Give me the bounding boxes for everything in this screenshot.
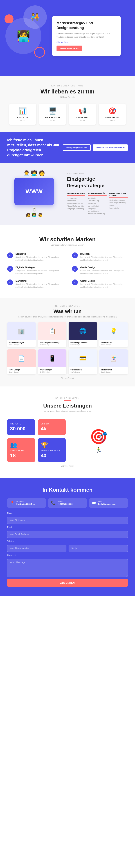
marketing-name: Marketing	[15, 279, 63, 282]
portfolio-meta-2: Webdesign-Website Grafik Design	[69, 340, 97, 347]
stats-tag: BEI UNS EINKAUFEN	[7, 397, 128, 399]
contact-title: In Kontakt kommen	[7, 487, 128, 493]
stats-divider	[64, 400, 71, 401]
portfolio-item-1[interactable]: 📋 Eine Corporate Identity Grafik Design	[38, 322, 67, 347]
stat-box-team: 👥 UNSER TEAM 18	[7, 438, 35, 462]
banner-buttons: hallo@designstudio.com sehen Sie sich un…	[63, 145, 128, 151]
portfolio-name-1: Eine Corporate Identity	[40, 342, 65, 344]
strategy-col-1-heading: MARKENSTRATEGIE	[67, 192, 85, 195]
portfolio-item-3[interactable]: 💡 Leuchtkisten Grafik Design	[99, 322, 128, 347]
service-card-webdesign[interactable]: 🖥️ WEB-DESIGN MEHR	[39, 103, 66, 125]
subject-input[interactable]	[69, 545, 128, 552]
email-input[interactable]	[7, 531, 128, 538]
name-row	[7, 517, 128, 524]
banner-email-button[interactable]: hallo@designstudio.com	[63, 145, 91, 151]
team-icon: 👥	[10, 442, 32, 448]
strategy-grid: MARKENSTRATEGIE Förderung des Markenwert…	[67, 192, 128, 215]
awards-icon: 🏆	[41, 442, 63, 448]
portfolio-item-4[interactable]: 📄 Flyer-Design Grafik Design	[7, 349, 36, 374]
portfolio-type-7: Grafik Design	[101, 371, 126, 373]
app-link: MEHR	[101, 119, 123, 121]
email-row	[7, 531, 128, 538]
brands-divider	[64, 234, 71, 234]
grafik2-name: Grafik Design	[80, 279, 128, 282]
stats-subtitle: Lorem ipsum dolor sit amet, consectetur …	[7, 410, 128, 412]
contact-section: In Kontakt kommen 📍 Ihr Straße Ihr Straß…	[0, 478, 135, 596]
small-illus-icon: 🧑‍🤝‍🧑	[31, 13, 40, 22]
portfolio-thumb-2: 🌐	[69, 322, 97, 340]
marketing-desc: Sample text. Click to select the text bo…	[15, 283, 63, 289]
contact-address-item: 📍 Ihr Straße Ihr Straße 2965 Den	[7, 498, 46, 508]
portfolio-grid: 🏢 Markenkampagne Grafik Design 📋 Eine Co…	[7, 322, 128, 374]
portfolio-item-5[interactable]: 📱 Anwendungen Grafik Design	[38, 349, 67, 374]
webdesign-link: MEHR	[42, 119, 64, 121]
brands-section: Wir schaffen Marken Branding und multidi…	[0, 225, 135, 298]
hero-link[interactable]: dolor vor fringit	[57, 41, 116, 43]
stats-numbers: PROJEKTE 30.000 CLIENTS 4k 👥 UNSER TEAM …	[7, 419, 66, 462]
email-value: hallo@agency.com	[98, 503, 116, 505]
what-we-do-section: 🧑‍💼 🧑‍💻 🧑 WWW 🖱️ 👩 🧑‍💻 👨 WAS WIR TUN Ein…	[0, 163, 135, 225]
hero-cta-button[interactable]: MEHR ERFAHREN	[57, 45, 82, 51]
portfolio-thumb-1: 📋	[38, 322, 67, 340]
brands-title: Wir schaffen Marken	[7, 236, 128, 243]
stats-title: Unsere Leistungen	[7, 403, 128, 409]
portfolio-type-6: Grafik Design	[70, 371, 95, 373]
brand-item-grafik2: ✓ Grafik Design Sample text. Click to se…	[72, 279, 128, 289]
message-textarea[interactable]	[7, 559, 128, 577]
www-content: WAS WIR TUN Einzigartige Designstrategie…	[67, 173, 128, 215]
email-form-label: Email	[7, 526, 128, 528]
portfolio-meta-5: Anwendungen Grafik Design	[38, 367, 67, 374]
strategy-col-1: MARKENSTRATEGIE Förderung des Markenwert…	[67, 192, 85, 215]
portfolio-item-6[interactable]: 💳 Visitenkarten Grafik Design	[69, 349, 97, 374]
stat-label-team: UNSER TEAM	[10, 450, 32, 452]
analytics-icon: 📊	[12, 107, 34, 115]
stat-label-clients: CLIENTS	[41, 423, 63, 425]
grafik2-check-icon: ✓	[72, 279, 78, 285]
marketing-link: MEHR	[71, 119, 93, 121]
service-card-marketing[interactable]: 📢 MARKETING MEHR	[69, 103, 96, 125]
service-card-analytics[interactable]: 📊 ANALYTIK MEHR	[9, 103, 36, 125]
grafik-check-icon: ✓	[72, 266, 78, 272]
stat-label-awards: AUSZEICHNUNGEN	[41, 450, 63, 452]
banner-section: Ich freue mich, Ihnen mitzuteilen, dass …	[0, 132, 135, 163]
hero-illus-icon: 👩‍💻	[17, 31, 30, 41]
strategy-col-2-heading: MARKENIDENTITÄT	[88, 192, 107, 195]
portfolio-item-2[interactable]: 🌐 Webdesign-Website Grafik Design	[69, 322, 97, 347]
stat-box-clients: CLIENTS 4k	[38, 419, 66, 435]
portfolio-meta-6: Visitenkarten Grafik Design	[69, 367, 97, 374]
portfolio-meta-0: Markenkampagne Grafik Design	[7, 340, 36, 347]
address-value: Ihr Straße 2965 Den	[16, 503, 35, 505]
portfolio-name-0: Markenkampagne	[9, 342, 34, 344]
contact-phone-detail: Telefon +1 (305) 500-059	[57, 501, 72, 505]
stat-label-projects: PROJEKTE	[10, 423, 32, 425]
stat-box-awards: 🏆 AUSZEICHNUNGEN 40	[38, 438, 66, 462]
portfolio-type-0: Grafik Design	[9, 344, 34, 346]
stats-content: PROJEKTE 30.000 CLIENTS 4k 👥 UNSER TEAM …	[7, 419, 128, 462]
digital-info: Digitale Strategie Sample text. Click to…	[15, 266, 63, 275]
app-name: ANWENDUNG	[101, 117, 123, 119]
stat-box-projects: PROJEKTE 30.000	[7, 419, 35, 435]
phone-icon: 📞	[51, 501, 56, 505]
brand-item-marketing: ✓ Marketing Sample text. Click to select…	[7, 279, 63, 289]
stats-footer-link: Bild von Freepik	[7, 465, 128, 467]
webdesign-name: WEB-DESIGN	[42, 117, 64, 119]
name-input[interactable]	[7, 517, 128, 524]
portfolio-name-7: Visitenkarten	[101, 369, 126, 371]
name-label: Name	[7, 512, 128, 514]
brand-item-digital: ✓ Digitale Strategie Sample text. Click …	[7, 266, 63, 275]
hero-illustration: 👩‍💻 🧑‍🤝‍🧑	[4, 4, 50, 61]
phone-input[interactable]	[7, 545, 66, 552]
contact-header: In Kontakt kommen	[7, 487, 128, 493]
submit-button[interactable]: ABSENDEN	[7, 579, 128, 587]
service-card-app[interactable]: 🎯 ANWENDUNG MEHR	[99, 103, 126, 125]
phone-label: Telefon	[57, 501, 72, 503]
brand-item-branding: ✓ Branding Sample text. Click to select …	[7, 252, 63, 262]
about-section: EIN BISSCHEN ÜBER UNS Wir lieben es zu t…	[0, 75, 135, 132]
portfolio-type-1: Grafik Design	[40, 344, 65, 346]
banner-works-button[interactable]: sehen Sie sich unsere Arbeiten an	[93, 145, 128, 151]
marketing-check-icon: ✓	[7, 279, 13, 285]
portfolio-item-7[interactable]: 🃏 Visitenkarten Grafik Design	[99, 349, 128, 374]
drucken-check-icon: ✓	[72, 252, 78, 258]
portfolio-footer-link: Bild von Freepik	[7, 377, 128, 379]
portfolio-item-0[interactable]: 🏢 Markenkampagne Grafik Design	[7, 322, 36, 347]
